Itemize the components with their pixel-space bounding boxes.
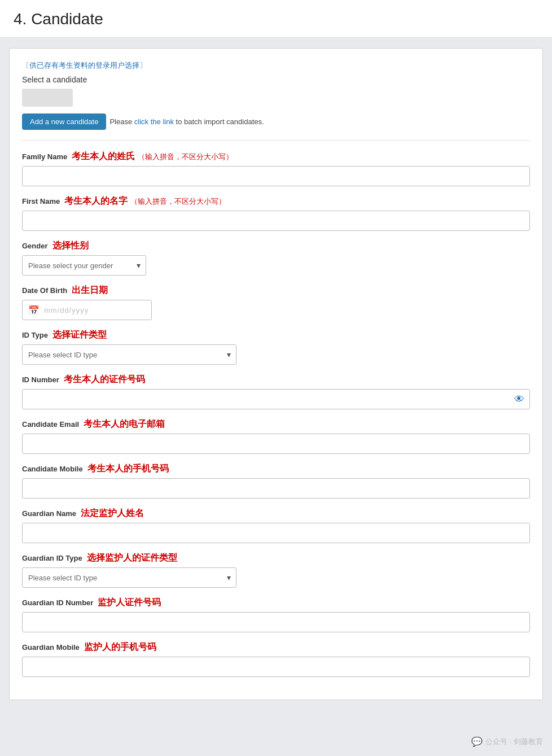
import-text: Please click the link to batch import ca… xyxy=(109,117,264,126)
calendar-icon: 📅 xyxy=(28,305,40,316)
candidate-mobile-group: Candidate Mobile 考生本人的手机号码 xyxy=(22,463,530,499)
guardian-name-label-row: Guardian Name 法定监护人姓名 xyxy=(22,508,530,519)
gender-select-wrapper: Please select your gender Male Female xyxy=(22,255,146,276)
add-new-candidate-button[interactable]: Add a new candidate xyxy=(22,113,106,130)
id-type-select-wrapper: Please select ID type xyxy=(22,344,236,365)
id-type-group: ID Type 选择证件类型 Please select ID type xyxy=(22,329,530,365)
guardian-name-label-en: Guardian Name xyxy=(22,509,76,518)
first-name-group: First Name 考生本人的名字 （输入拼音，不区分大小写） xyxy=(22,195,530,231)
guardian-id-number-label-cn: 监护人证件号码 xyxy=(98,597,161,609)
id-number-label-en: ID Number xyxy=(22,375,59,384)
family-name-group: Family Name 考生本人的姓氏 （输入拼音，不区分大小写） xyxy=(22,151,530,186)
guardian-name-label-cn: 法定监护人姓名 xyxy=(81,508,144,519)
family-name-label-en: Family Name xyxy=(22,152,67,161)
candidate-select-box xyxy=(22,89,73,107)
dob-label-row: Date Of Birth 出生日期 xyxy=(22,285,530,296)
dob-group: Date Of Birth 出生日期 📅 mm/dd/yyyy xyxy=(22,285,530,320)
candidate-email-group: Candidate Email 考生本人的电子邮箱 xyxy=(22,418,530,454)
guardian-id-number-label-row: Guardian ID Number 监护人证件号码 xyxy=(22,597,530,609)
id-type-select[interactable]: Please select ID type xyxy=(22,344,236,365)
id-type-label-row: ID Type 选择证件类型 xyxy=(22,329,530,341)
candidate-mobile-input[interactable] xyxy=(22,478,530,499)
family-name-label-row: Family Name 考生本人的姓氏 （输入拼音，不区分大小写） xyxy=(22,151,530,163)
guardian-mobile-group: Guardian Mobile 监护人的手机号码 xyxy=(22,641,530,677)
guardian-id-type-label-row: Guardian ID Type 选择监护人的证件类型 xyxy=(22,552,530,564)
dob-label-cn: 出生日期 xyxy=(72,285,108,296)
batch-import-link[interactable]: click the link xyxy=(134,117,174,126)
family-name-label-cn: 考生本人的姓氏 （输入拼音，不区分大小写） xyxy=(72,151,233,163)
id-type-label-cn: 选择证件类型 xyxy=(52,329,107,341)
candidate-email-input[interactable] xyxy=(22,434,530,454)
first-name-label-cn: 考生本人的名字 （输入拼音，不区分大小写） xyxy=(64,195,225,207)
family-name-input[interactable] xyxy=(22,166,530,186)
eye-icon[interactable]: 👁 xyxy=(514,394,524,405)
id-type-label-en: ID Type xyxy=(22,331,48,339)
first-name-label-row: First Name 考生本人的名字 （输入拼音，不区分大小写） xyxy=(22,195,530,207)
candidate-email-label-cn: 考生本人的电子邮箱 xyxy=(84,418,165,430)
watermark-text: 公众号 · 剑藤教育 xyxy=(485,737,543,747)
guardian-id-number-group: Guardian ID Number 监护人证件号码 xyxy=(22,597,530,632)
dob-label-en: Date Of Birth xyxy=(22,286,67,295)
id-number-label-cn: 考生本人的证件号码 xyxy=(64,374,145,386)
guardian-name-group: Guardian Name 法定监护人姓名 xyxy=(22,508,530,543)
guardian-mobile-label-cn: 监护人的手机号码 xyxy=(84,641,156,653)
main-content: 〔供已存有考生资料的登录用户选择〕 Select a candidate Add… xyxy=(0,38,552,710)
page-title: 4. Candidate xyxy=(14,10,538,28)
gender-select[interactable]: Please select your gender Male Female xyxy=(22,255,146,276)
gender-group: Gender 选择性别 Please select your gender Ma… xyxy=(22,240,530,276)
guardian-id-type-select[interactable]: Please select ID type xyxy=(22,567,236,588)
candidate-mobile-label-en: Candidate Mobile xyxy=(22,465,83,473)
divider-1 xyxy=(22,140,530,141)
guardian-id-type-label-cn: 选择监护人的证件类型 xyxy=(87,552,177,564)
guardian-name-input[interactable] xyxy=(22,523,530,543)
first-name-input[interactable] xyxy=(22,211,530,231)
first-name-label-en: First Name xyxy=(22,197,60,206)
gender-label-row: Gender 选择性别 xyxy=(22,240,530,252)
guardian-id-type-label-en: Guardian ID Type xyxy=(22,554,82,562)
dob-input-wrapper[interactable]: 📅 mm/dd/yyyy xyxy=(22,300,152,320)
guardian-id-number-label-en: Guardian ID Number xyxy=(22,598,93,607)
select-candidate-label: Select a candidate xyxy=(22,75,530,84)
guardian-mobile-input[interactable] xyxy=(22,657,530,677)
id-number-input-wrapper: 👁 xyxy=(22,389,530,409)
page-header: 4. Candidate xyxy=(0,0,552,38)
existing-candidate-note[interactable]: 〔供已存有考生资料的登录用户选择〕 xyxy=(22,60,147,71)
id-number-input[interactable] xyxy=(22,389,530,409)
guardian-mobile-label-en: Guardian Mobile xyxy=(22,643,80,652)
guardian-id-type-select-wrapper: Please select ID type xyxy=(22,567,236,588)
watermark: 💬 公众号 · 剑藤教育 xyxy=(471,736,543,747)
candidate-mobile-label-cn: 考生本人的手机号码 xyxy=(87,463,169,475)
id-number-label-row: ID Number 考生本人的证件号码 xyxy=(22,374,530,386)
guardian-mobile-label-row: Guardian Mobile 监护人的手机号码 xyxy=(22,641,530,653)
gender-label-cn: 选择性别 xyxy=(52,240,89,252)
guardian-id-type-group: Guardian ID Type 选择监护人的证件类型 Please selec… xyxy=(22,552,530,588)
gender-label-en: Gender xyxy=(22,242,48,250)
dob-placeholder: mm/dd/yyyy xyxy=(44,306,89,314)
candidate-mobile-label-row: Candidate Mobile 考生本人的手机号码 xyxy=(22,463,530,475)
candidate-email-label-row: Candidate Email 考生本人的电子邮箱 xyxy=(22,418,530,430)
candidate-card: 〔供已存有考生资料的登录用户选择〕 Select a candidate Add… xyxy=(9,48,543,700)
candidate-email-label-en: Candidate Email xyxy=(22,420,79,429)
wechat-icon: 💬 xyxy=(471,736,483,747)
id-number-group: ID Number 考生本人的证件号码 👁 xyxy=(22,374,530,409)
guardian-id-number-input[interactable] xyxy=(22,612,530,632)
